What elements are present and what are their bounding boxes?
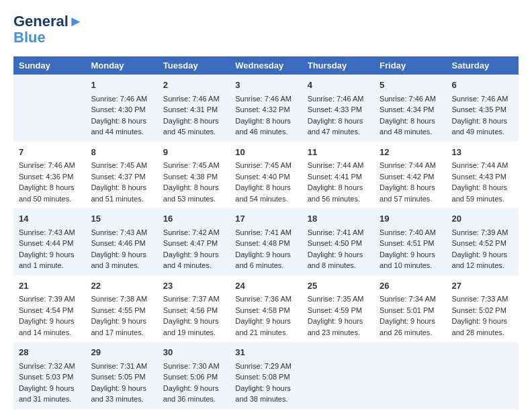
calendar-cell: 30Sunrise: 7:30 AMSunset: 5:06 PMDayligh…	[158, 342, 230, 409]
day-number: 6	[452, 79, 513, 92]
day-header-tuesday: Tuesday	[158, 56, 230, 75]
calendar-cell: 3Sunrise: 7:46 AMSunset: 4:32 PMDaylight…	[230, 75, 302, 142]
day-number: 21	[19, 279, 80, 293]
day-number: 17	[235, 212, 296, 226]
day-number: 11	[308, 146, 369, 159]
calendar-cell: 8Sunrise: 7:45 AMSunset: 4:37 PMDaylight…	[85, 142, 157, 209]
day-number: 1	[91, 79, 152, 92]
calendar-cell: 14Sunrise: 7:43 AMSunset: 4:44 PMDayligh…	[13, 208, 85, 275]
page-header: General►Blue	[13, 13, 519, 46]
day-info: Sunrise: 7:46 AMSunset: 4:36 PMDaylight:…	[19, 160, 80, 204]
day-info: Sunrise: 7:44 AMSunset: 4:42 PMDaylight:…	[380, 160, 441, 204]
calendar-cell	[374, 342, 446, 409]
day-number: 20	[452, 212, 513, 226]
calendar-cell: 28Sunrise: 7:32 AMSunset: 5:03 PMDayligh…	[13, 342, 85, 409]
day-number: 8	[91, 146, 152, 159]
day-number: 30	[163, 346, 224, 359]
calendar-cell: 5Sunrise: 7:46 AMSunset: 4:34 PMDaylight…	[374, 75, 446, 142]
day-info: Sunrise: 7:46 AMSunset: 4:35 PMDaylight:…	[452, 93, 513, 138]
calendar-cell: 12Sunrise: 7:44 AMSunset: 4:42 PMDayligh…	[374, 142, 446, 209]
day-info: Sunrise: 7:42 AMSunset: 4:47 PMDaylight:…	[163, 227, 224, 271]
calendar-cell: 19Sunrise: 7:40 AMSunset: 4:51 PMDayligh…	[374, 208, 446, 275]
day-number: 23	[163, 279, 224, 293]
calendar-cell: 25Sunrise: 7:35 AMSunset: 4:59 PMDayligh…	[302, 275, 374, 342]
week-row-5: 28Sunrise: 7:32 AMSunset: 5:03 PMDayligh…	[13, 342, 519, 409]
day-info: Sunrise: 7:46 AMSunset: 4:30 PMDaylight:…	[91, 93, 152, 138]
day-number: 27	[452, 279, 513, 293]
day-number: 26	[380, 279, 441, 293]
calendar-cell: 20Sunrise: 7:39 AMSunset: 4:52 PMDayligh…	[447, 208, 519, 275]
day-info: Sunrise: 7:32 AMSunset: 5:03 PMDaylight:…	[19, 361, 80, 405]
day-number: 16	[163, 212, 224, 226]
calendar-cell: 21Sunrise: 7:39 AMSunset: 4:54 PMDayligh…	[13, 275, 85, 342]
calendar-cell: 6Sunrise: 7:46 AMSunset: 4:35 PMDaylight…	[447, 75, 519, 142]
calendar-table: SundayMondayTuesdayWednesdayThursdayFrid…	[13, 56, 519, 409]
day-number: 24	[235, 279, 296, 293]
day-number: 10	[235, 146, 296, 159]
calendar-cell: 16Sunrise: 7:42 AMSunset: 4:47 PMDayligh…	[158, 208, 230, 275]
day-info: Sunrise: 7:41 AMSunset: 4:50 PMDaylight:…	[308, 227, 369, 271]
day-number: 22	[91, 279, 152, 293]
calendar-cell: 2Sunrise: 7:46 AMSunset: 4:31 PMDaylight…	[158, 75, 230, 142]
day-number: 5	[380, 79, 441, 92]
calendar-cell: 26Sunrise: 7:34 AMSunset: 5:01 PMDayligh…	[374, 275, 446, 342]
day-number: 12	[380, 146, 441, 159]
day-info: Sunrise: 7:44 AMSunset: 4:41 PMDaylight:…	[308, 160, 369, 204]
day-info: Sunrise: 7:35 AMSunset: 4:59 PMDaylight:…	[308, 293, 369, 338]
day-info: Sunrise: 7:43 AMSunset: 4:46 PMDaylight:…	[91, 227, 152, 271]
calendar-cell: 15Sunrise: 7:43 AMSunset: 4:46 PMDayligh…	[85, 208, 157, 275]
calendar-cell: 22Sunrise: 7:38 AMSunset: 4:55 PMDayligh…	[85, 275, 157, 342]
calendar-cell	[302, 342, 374, 409]
day-info: Sunrise: 7:46 AMSunset: 4:33 PMDaylight:…	[308, 93, 369, 138]
day-info: Sunrise: 7:45 AMSunset: 4:38 PMDaylight:…	[163, 160, 224, 204]
day-number: 15	[91, 212, 152, 226]
day-info: Sunrise: 7:31 AMSunset: 5:05 PMDaylight:…	[91, 361, 152, 405]
calendar-cell	[13, 75, 85, 142]
calendar-cell: 17Sunrise: 7:41 AMSunset: 4:48 PMDayligh…	[230, 208, 302, 275]
calendar-cell: 27Sunrise: 7:33 AMSunset: 5:02 PMDayligh…	[447, 275, 519, 342]
logo-text: General►Blue	[13, 13, 83, 46]
day-header-sunday: Sunday	[13, 56, 85, 75]
calendar-cell: 1Sunrise: 7:46 AMSunset: 4:30 PMDaylight…	[85, 75, 157, 142]
day-number: 2	[163, 79, 224, 92]
day-info: Sunrise: 7:45 AMSunset: 4:37 PMDaylight:…	[91, 160, 152, 204]
day-info: Sunrise: 7:39 AMSunset: 4:52 PMDaylight:…	[452, 227, 513, 271]
day-number: 18	[308, 212, 369, 226]
week-row-1: 1Sunrise: 7:46 AMSunset: 4:30 PMDaylight…	[13, 75, 519, 142]
day-info: Sunrise: 7:40 AMSunset: 4:51 PMDaylight:…	[380, 227, 441, 271]
day-header-monday: Monday	[85, 56, 157, 75]
calendar-cell: 9Sunrise: 7:45 AMSunset: 4:38 PMDaylight…	[158, 142, 230, 209]
logo: General►Blue	[13, 13, 83, 46]
day-header-saturday: Saturday	[447, 56, 519, 75]
day-header-wednesday: Wednesday	[230, 56, 302, 75]
day-info: Sunrise: 7:38 AMSunset: 4:55 PMDaylight:…	[91, 293, 152, 338]
day-info: Sunrise: 7:45 AMSunset: 4:40 PMDaylight:…	[235, 160, 296, 204]
day-info: Sunrise: 7:29 AMSunset: 5:08 PMDaylight:…	[235, 361, 296, 405]
day-info: Sunrise: 7:33 AMSunset: 5:02 PMDaylight:…	[452, 293, 513, 338]
week-row-4: 21Sunrise: 7:39 AMSunset: 4:54 PMDayligh…	[13, 275, 519, 342]
day-info: Sunrise: 7:44 AMSunset: 4:43 PMDaylight:…	[452, 160, 513, 204]
day-info: Sunrise: 7:41 AMSunset: 4:48 PMDaylight:…	[235, 227, 296, 271]
day-number: 13	[452, 146, 513, 159]
day-number: 29	[91, 346, 152, 359]
day-number: 19	[380, 212, 441, 226]
day-header-thursday: Thursday	[302, 56, 374, 75]
calendar-cell: 24Sunrise: 7:36 AMSunset: 4:58 PMDayligh…	[230, 275, 302, 342]
week-row-2: 7Sunrise: 7:46 AMSunset: 4:36 PMDaylight…	[13, 142, 519, 209]
day-number: 31	[235, 346, 296, 359]
calendar-cell: 11Sunrise: 7:44 AMSunset: 4:41 PMDayligh…	[302, 142, 374, 209]
calendar-cell: 23Sunrise: 7:37 AMSunset: 4:56 PMDayligh…	[158, 275, 230, 342]
day-number: 25	[308, 279, 369, 293]
day-info: Sunrise: 7:46 AMSunset: 4:32 PMDaylight:…	[235, 93, 296, 138]
calendar-cell: 7Sunrise: 7:46 AMSunset: 4:36 PMDaylight…	[13, 142, 85, 209]
day-info: Sunrise: 7:43 AMSunset: 4:44 PMDaylight:…	[19, 227, 80, 271]
calendar-cell: 4Sunrise: 7:46 AMSunset: 4:33 PMDaylight…	[302, 75, 374, 142]
day-info: Sunrise: 7:39 AMSunset: 4:54 PMDaylight:…	[19, 293, 80, 338]
day-header-friday: Friday	[374, 56, 446, 75]
calendar-cell: 18Sunrise: 7:41 AMSunset: 4:50 PMDayligh…	[302, 208, 374, 275]
day-number: 3	[235, 79, 296, 92]
day-info: Sunrise: 7:46 AMSunset: 4:31 PMDaylight:…	[163, 93, 224, 138]
day-info: Sunrise: 7:30 AMSunset: 5:06 PMDaylight:…	[163, 361, 224, 405]
calendar-cell: 31Sunrise: 7:29 AMSunset: 5:08 PMDayligh…	[230, 342, 302, 409]
day-info: Sunrise: 7:37 AMSunset: 4:56 PMDaylight:…	[163, 293, 224, 338]
